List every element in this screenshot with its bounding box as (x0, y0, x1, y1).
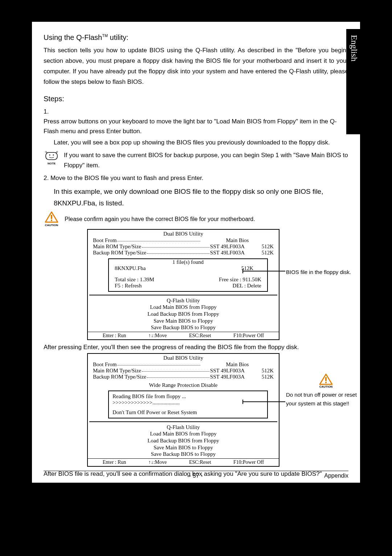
dont-turn-off: Don't Turn Off Power or Reset System (113, 409, 264, 416)
step2-enter: Enter (187, 175, 202, 181)
qflash-menu-2: Load Main BIOS from Floppy Load Backup B… (88, 430, 279, 458)
step2-pre: 2. Move to the BIOS file you want to fla… (44, 175, 187, 181)
section-heading-qflash: Using the Q-FlashTM utility: (44, 33, 348, 42)
manual-page: English Using the Q-FlashTM utility: Thi… (32, 22, 360, 483)
wide-range-full: Wide Range Protection Disable (93, 382, 274, 388)
note-text: If you want to save the current BIOS for… (64, 150, 348, 170)
heading-text-post: utility: (108, 33, 128, 41)
section-heading-steps: Steps: (44, 95, 348, 103)
after-press-text: After pressing Enter, you'll then see th… (44, 344, 348, 351)
main-rom-size: 512K (245, 244, 274, 250)
svg-rect-2 (51, 215, 52, 219)
del-key: DEL : Delete (233, 283, 261, 289)
menu-item-3b: Save Main BIOS to Floppy (88, 444, 279, 451)
step2-post: . (202, 175, 204, 181)
note-label: NOTE (48, 162, 56, 165)
menu-item-2b: Load Backup BIOS from Floppy (88, 437, 279, 444)
backup-rom-label-2: Backup ROM Type/Size (93, 374, 146, 380)
example-text: In this example, we only download one BI… (54, 186, 348, 209)
caution-label: CAUTION (44, 224, 60, 227)
intro-paragraph: This section tells you how to update BIO… (44, 45, 348, 87)
boot-from-label-2: Boot From (93, 361, 117, 368)
files-found: 1 file(s) found (113, 259, 264, 265)
page-number: - 57 - (80, 473, 312, 479)
annotation-leader-tick-2 (242, 400, 243, 404)
main-rom-value-2: SST 49LF003A (210, 368, 245, 374)
qflash-menu: Load Main BIOS from Floppy Load Backup B… (88, 304, 279, 332)
menu-item-1b: Load Main BIOS from Floppy (88, 430, 279, 437)
boot-from-label: Boot From (93, 237, 117, 244)
after-pre: After pressing (44, 344, 83, 351)
backup-rom-label: Backup ROM Type/Size (93, 250, 146, 256)
svg-point-5 (325, 382, 327, 383)
reading-text: Reading BIOS file from floppy ... (113, 393, 264, 400)
reading-box: Reading BIOS file from floppy ... >>>>>>… (108, 391, 268, 418)
caution-icon: CAUTION (44, 211, 60, 227)
annotation-leader-line (242, 271, 285, 271)
file-name: 8KNXPU.Fba (115, 265, 146, 271)
main-rom-label-2: Main ROM Type/Size (93, 368, 141, 374)
note-icon: NOTE (44, 150, 60, 165)
caution-text: Please confirm again you have the correc… (65, 216, 255, 222)
backup-rom-size: 512K (245, 250, 274, 256)
step-text: Press arrow buttons on your keyboard to … (44, 116, 337, 136)
annotation-1: BIOS file in the floppy disk. (286, 268, 359, 277)
bios-screenshot-1: Dual BIOS Utility Boot FromMain Bios Mai… (87, 229, 279, 340)
reading-progress: >>>>>>>>>>>>>.................... (113, 400, 264, 406)
bios-title-2: Dual BIOS Utility (88, 354, 279, 361)
menu-item-1: Load Main BIOS from Floppy (88, 304, 279, 311)
svg-point-0 (49, 155, 50, 156)
key-enter-2: Enter : Run (103, 459, 126, 465)
caution-block-1: CAUTION Please confirm again you have th… (44, 211, 348, 227)
backup-rom-value: SST 49LF003A (210, 250, 245, 256)
boot-from-value-2: Main Bios (201, 361, 274, 368)
language-tab: English (346, 29, 362, 134)
appendix-label: Appendix (312, 473, 348, 479)
key-f10: F10:Power Off (233, 333, 264, 339)
step-2: 2. Move to the BIOS file you want to fla… (44, 173, 348, 184)
annotation-leader-line-2 (242, 401, 285, 402)
main-rom-value: SST 49LF003A (210, 244, 245, 250)
svg-point-1 (53, 155, 54, 156)
key-bar-2: Enter : Run ↑↓:Move ESC:Reset F10:Power … (88, 458, 279, 466)
backup-rom-value-2: SST 49LF003A (210, 374, 245, 380)
cut-text-2: Save Settings to CMOS (89, 419, 277, 420)
cut-text: Save Settings to CMOS (89, 292, 277, 294)
menu-item-4: Save Backup BIOS to Floppy (88, 324, 279, 331)
svg-rect-4 (325, 377, 327, 381)
bios-title: Dual BIOS Utility (88, 230, 279, 237)
page-footer: - 57 - Appendix (44, 471, 348, 479)
after-post: , you'll then see the progress of readin… (98, 344, 299, 351)
menu-item-3: Save Main BIOS to Floppy (88, 318, 279, 324)
note-block: NOTE If you want to save the current BIO… (44, 150, 348, 170)
annotation-2-caution-label: CAUTION (286, 385, 366, 388)
heading-text-pre: Using the Q-Flash (44, 33, 102, 41)
boot-from-value: Main Bios (201, 237, 274, 244)
total-size: Total size : 1.39M (115, 277, 154, 283)
key-esc-2: ESC:Reset (189, 459, 211, 465)
menu-item-4b: Save Backup BIOS to Floppy (88, 451, 279, 458)
key-move: ↑↓:Move (148, 333, 167, 339)
key-f10-2: F10:Power Off (233, 459, 264, 465)
main-rom-size-2: 512K (245, 368, 274, 374)
step-1-later: Later, you will see a box pop up showing… (54, 138, 348, 147)
annotation-2-wrap: CAUTION Do not trun off power or reset y… (286, 373, 366, 408)
key-esc: ESC:Reset (189, 333, 211, 339)
qflash-title-2: Q-Flash Utility (88, 424, 279, 430)
step-1: 1. Press arrow buttons on your keyboard … (44, 107, 348, 136)
qflash-title: Q-Flash Utility (88, 297, 279, 304)
backup-rom-size-2: 512K (245, 374, 274, 380)
key-move-2: ↑↓:Move (148, 459, 167, 465)
file-popup: 1 file(s) found 8KNXPU.Fba 512K Total si… (108, 258, 268, 292)
key-bar: Enter : Run ↑↓:Move ESC:Reset F10:Power … (88, 332, 279, 339)
after-enter: Enter (83, 344, 98, 351)
heading-tm: TM (102, 33, 108, 38)
bios-screenshot-2: Dual BIOS Utility Boot FromMain Bios Mai… (87, 353, 279, 467)
annotation-2-text: Do not trun off power or reset your syst… (286, 391, 366, 408)
key-enter: Enter : Run (103, 333, 126, 339)
menu-item-2: Load Backup BIOS from Floppy (88, 311, 279, 318)
annotation-leader-tick (242, 269, 243, 273)
step-number: 1. (44, 107, 54, 116)
main-rom-label: Main ROM Type/Size (93, 244, 141, 250)
svg-point-3 (51, 220, 52, 221)
